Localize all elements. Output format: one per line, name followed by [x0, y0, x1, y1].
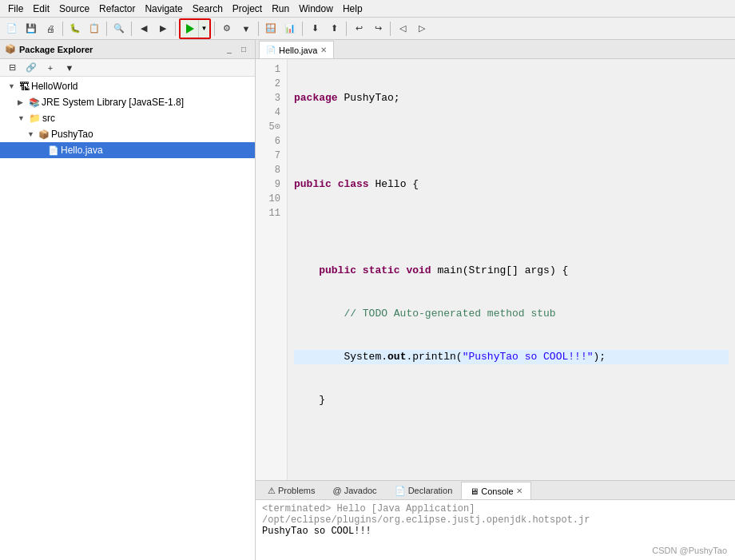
code-line-2	[294, 134, 729, 149]
toolbar: 📄 💾 🖨 🐛 📋 🔍 ◀ ▶ ▼ ⚙ ▼ 🪟 📊 ⬇ ⬆ ↩ ↪ ◁ ▷	[0, 18, 735, 40]
maximize-sidebar-btn[interactable]: □	[237, 43, 250, 56]
extern-tools-dropdown[interactable]: ▼	[237, 20, 255, 38]
next-edit-btn[interactable]: ▶	[154, 20, 172, 38]
sep1	[62, 22, 63, 36]
console-terminated-text: <terminated> Hello [Java Application] /o…	[262, 503, 729, 526]
prev-annotation-btn[interactable]: ⬆	[325, 20, 343, 38]
next-annotation-btn[interactable]: ⬇	[306, 20, 324, 38]
java-file-icon: 📄	[48, 145, 59, 156]
ln9: 9	[262, 177, 280, 192]
history-btn[interactable]: 📋	[85, 20, 103, 38]
ln7: 7	[262, 149, 280, 163]
helloworld-label: HelloWorld	[31, 81, 77, 92]
tree-item-pushytao[interactable]: ▼ 📦 PushyTao	[0, 126, 255, 142]
hellojava-label: Hello.java	[61, 145, 103, 156]
tab-problems[interactable]: ⚠ Problems	[259, 482, 324, 499]
editor-tabs: 📄 Hello.java ✕	[256, 40, 735, 59]
tab-hellojava-label: Hello.java	[279, 46, 317, 55]
run-btn-group: ▼	[179, 18, 211, 39]
menu-help[interactable]: Help	[338, 2, 368, 16]
line-numbers: 1 2 3 4 5⊙ 6 7 8 9 10 11	[256, 59, 288, 480]
menu-file[interactable]: File	[3, 2, 28, 16]
pushytao-label: PushyTao	[51, 129, 93, 140]
problems-label: Problems	[278, 486, 315, 495]
view-menu-btn[interactable]: ▼	[61, 59, 78, 77]
menu-run[interactable]: Run	[267, 2, 294, 16]
link-editor-btn[interactable]: 🔗	[22, 59, 40, 77]
menu-source[interactable]: Source	[54, 2, 94, 16]
main-layout: 📦 Package Explorer _ □ ⊟ 🔗 + ▼ ▼ 🏗 Hello…	[0, 40, 735, 560]
code-line-4	[294, 220, 729, 235]
tab-declaration[interactable]: 📄 Declaration	[386, 482, 462, 499]
menu-search[interactable]: Search	[188, 2, 228, 16]
editor-content: 1 2 3 4 5⊙ 6 7 8 9 10 11 package PushyTa…	[256, 59, 735, 480]
code-area[interactable]: package PushyTao; public class Hello { p…	[288, 59, 735, 480]
menu-edit[interactable]: Edit	[28, 2, 54, 16]
sep3	[131, 22, 132, 36]
open-view-btn[interactable]: 📊	[281, 20, 299, 38]
sep5	[214, 22, 215, 36]
package-explorer: 📦 Package Explorer _ □ ⊟ 🔗 + ▼ ▼ 🏗 Hello…	[0, 40, 256, 560]
menu-project[interactable]: Project	[228, 2, 267, 16]
close-tab-btn[interactable]: ✕	[320, 46, 327, 54]
tree-item-src[interactable]: ▼ 📁 src	[0, 110, 255, 126]
ln4: 4	[262, 105, 280, 120]
print-btn[interactable]: 🖨	[42, 20, 59, 38]
javadoc-icon: @	[332, 486, 341, 495]
new-btn[interactable]: 📄	[3, 20, 21, 38]
ln8: 8	[262, 163, 280, 177]
menu-bar: File Edit Source Refactor Navigate Searc…	[0, 0, 735, 18]
tab-java-icon: 📄	[266, 46, 276, 54]
run-button[interactable]	[181, 20, 198, 38]
sidebar-actions: _ □	[223, 43, 250, 56]
sidebar-title-text: Package Explorer	[19, 45, 93, 54]
forward-btn[interactable]: ▷	[413, 20, 431, 38]
arrow-pushytao: ▼	[27, 130, 37, 138]
undo-btn[interactable]: ↩	[350, 20, 368, 38]
save-btn[interactable]: 💾	[22, 20, 40, 38]
console-icon: 🖥	[470, 487, 479, 496]
src-icon: 📁	[29, 113, 41, 124]
problems-icon: ⚠	[268, 486, 276, 496]
tab-console[interactable]: 🖥 Console ✕	[461, 482, 530, 499]
collapse-all-btn[interactable]: ⊟	[3, 59, 21, 77]
tree-item-helloworld[interactable]: ▼ 🏗 HelloWorld	[0, 78, 255, 94]
tree-item-jre[interactable]: ▶ 📚 JRE System Library [JavaSE-1.8]	[0, 94, 255, 110]
sidebar-toolbar: ⊟ 🔗 + ▼	[0, 59, 255, 77]
menu-refactor[interactable]: Refactor	[94, 2, 140, 16]
bottom-tabs: ⚠ Problems @ Javadoc 📄 Declaration 🖥 Con…	[256, 481, 735, 500]
menu-window[interactable]: Window	[294, 2, 338, 16]
ln2: 2	[262, 77, 280, 91]
search-btn[interactable]: 🔍	[110, 20, 128, 38]
tab-hellojava[interactable]: 📄 Hello.java ✕	[259, 41, 334, 58]
open-perspective-btn[interactable]: 🪟	[262, 20, 280, 38]
debug-btn[interactable]: 🐛	[66, 20, 84, 38]
redo-btn[interactable]: ↪	[369, 20, 387, 38]
code-line-8: }	[294, 393, 729, 407]
sep4	[175, 22, 176, 36]
menu-navigate[interactable]: Navigate	[140, 2, 187, 16]
code-line-9	[294, 436, 729, 451]
console-label: Console	[481, 487, 513, 496]
minimize-sidebar-btn[interactable]: _	[223, 43, 236, 56]
tab-javadoc[interactable]: @ Javadoc	[324, 482, 385, 499]
sep6	[258, 22, 259, 36]
new-java-btn[interactable]: +	[42, 59, 59, 77]
sep7	[302, 22, 303, 36]
sep9	[390, 22, 391, 36]
arrow-helloworld: ▼	[8, 82, 18, 90]
sep2	[106, 22, 107, 36]
ln5: 5⊙	[262, 120, 280, 134]
prev-edit-btn[interactable]: ◀	[135, 20, 153, 38]
declaration-icon: 📄	[395, 486, 406, 496]
sep8	[346, 22, 347, 36]
tree-item-hellojava[interactable]: 📄 Hello.java	[0, 142, 255, 158]
arrow-src: ▼	[18, 114, 27, 122]
run-dropdown[interactable]: ▼	[198, 20, 209, 38]
extern-tools-btn[interactable]: ⚙	[218, 20, 236, 38]
back-btn[interactable]: ◁	[394, 20, 411, 38]
ln11: 11	[262, 206, 280, 220]
right-panel: 📄 Hello.java ✕ 1 2 3 4 5⊙ 6 7 8 9 10	[256, 40, 735, 560]
close-console-btn[interactable]: ✕	[516, 487, 522, 495]
ln3: 3	[262, 91, 280, 105]
